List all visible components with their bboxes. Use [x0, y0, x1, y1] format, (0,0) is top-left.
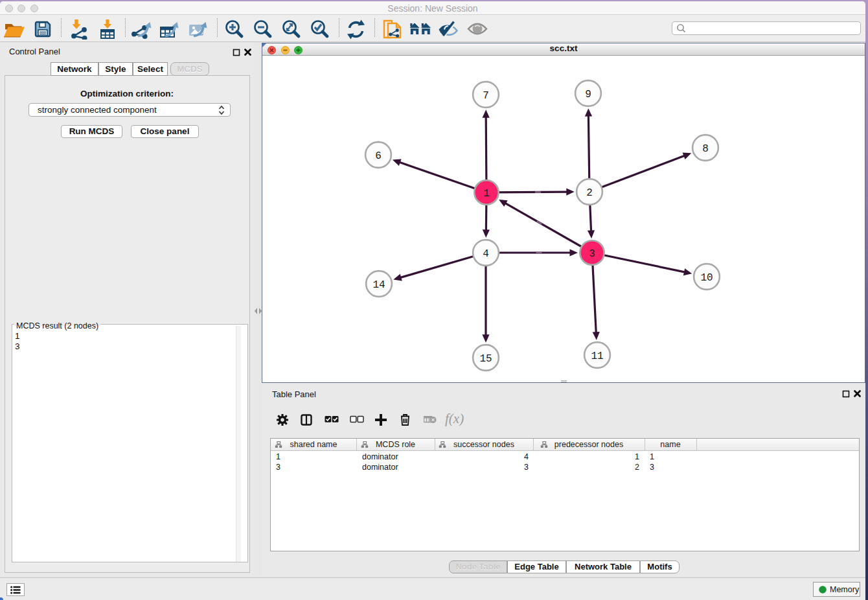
svg-text:8: 8	[702, 143, 709, 155]
svg-text:6: 6	[375, 150, 382, 162]
svg-text:7: 7	[483, 90, 489, 102]
svg-text:14: 14	[372, 279, 385, 291]
svg-text:9: 9	[585, 89, 591, 100]
svg-text:3: 3	[589, 248, 595, 260]
svg-text:2: 2	[586, 187, 593, 199]
svg-text:11: 11	[591, 351, 603, 362]
svg-text:4: 4	[483, 248, 489, 260]
svg-text:15: 15	[479, 353, 492, 365]
svg-text:1: 1	[483, 188, 490, 200]
svg-text:10: 10	[700, 272, 713, 284]
